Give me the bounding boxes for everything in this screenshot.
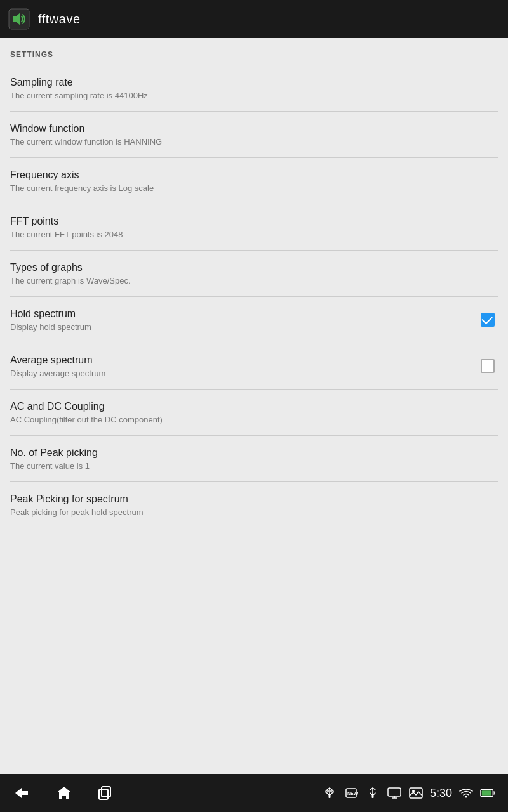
settings-item-subtitle-average-spectrum: Display average spectrum: [10, 369, 478, 378]
settings-label: SETTINGS: [10, 50, 53, 59]
settings-item-text-window-function: Window functionThe current window functi…: [10, 123, 498, 147]
svg-rect-8: [388, 788, 401, 796]
settings-item-title-hold-spectrum: Hold spectrum: [10, 308, 478, 320]
settings-item-title-window-function: Window function: [10, 123, 498, 134]
checkbox-container-average-spectrum: [478, 356, 498, 376]
settings-item-subtitle-peak-picking-spectrum: Peak picking for peak hold spectrum: [10, 508, 498, 517]
settings-item-text-sampling-rate: Sampling rateThe current sampling rate i…: [10, 77, 498, 100]
svg-rect-14: [482, 790, 491, 795]
settings-item-title-peak-picking-spectrum: Peak Picking for spectrum: [10, 494, 498, 505]
settings-item-subtitle-types-of-graphs: The current graph is Wave/Spec.: [10, 276, 498, 285]
settings-item-title-types-of-graphs: Types of graphs: [10, 262, 498, 273]
nav-right: NEWS 5:30: [322, 787, 495, 800]
recent-apps-button[interactable]: [98, 785, 113, 801]
battery-icon: [480, 787, 495, 799]
settings-item-subtitle-fft-points: The current FFT points is 2048: [10, 230, 498, 239]
settings-section: SETTINGS Sampling rateThe current sampli…: [0, 38, 508, 528]
settings-item-window-function[interactable]: Window functionThe current window functi…: [0, 112, 508, 157]
settings-item-title-ac-dc-coupling: AC and DC Coupling: [10, 401, 498, 412]
back-button[interactable]: [13, 786, 30, 800]
checkbox-hold-spectrum[interactable]: [481, 313, 495, 327]
app-title: fftwave: [38, 12, 81, 27]
settings-item-subtitle-peak-picking: The current value is 1: [10, 461, 498, 471]
settings-item-peak-picking-spectrum[interactable]: Peak Picking for spectrumPeak picking fo…: [0, 482, 508, 528]
svg-rect-2: [99, 789, 108, 799]
settings-item-fft-points[interactable]: FFT pointsThe current FFT points is 2048: [0, 204, 508, 250]
nav-left: [13, 785, 113, 801]
settings-item-subtitle-window-function: The current window function is HANNING: [10, 137, 498, 147]
app-icon: [8, 8, 30, 30]
settings-item-title-average-spectrum: Average spectrum: [10, 355, 478, 366]
home-button[interactable]: [56, 785, 72, 801]
settings-item-title-sampling-rate: Sampling rate: [10, 77, 498, 88]
main-content: SETTINGS Sampling rateThe current sampli…: [0, 38, 508, 774]
settings-item-text-fft-points: FFT pointsThe current FFT points is 2048: [10, 216, 498, 239]
settings-item-text-peak-picking-spectrum: Peak Picking for spectrumPeak picking fo…: [10, 494, 498, 517]
divider-peak-picking-spectrum: [10, 528, 498, 528]
settings-item-text-ac-dc-coupling: AC and DC CouplingAC Coupling(filter out…: [10, 401, 498, 424]
checkbox-container-hold-spectrum: [478, 310, 498, 330]
settings-item-text-average-spectrum: Average spectrumDisplay average spectrum: [10, 355, 478, 378]
media-icon: NEWS: [344, 787, 359, 799]
settings-item-title-peak-picking: No. of Peak picking: [10, 447, 498, 459]
settings-item-text-peak-picking: No. of Peak pickingThe current value is …: [10, 447, 498, 471]
svg-rect-3: [102, 787, 110, 797]
settings-item-text-hold-spectrum: Hold spectrumDisplay hold spectrum: [10, 308, 478, 332]
settings-header: SETTINGS: [0, 38, 508, 65]
nav-bar: NEWS 5:30: [0, 774, 508, 812]
app-bar: fftwave: [0, 0, 508, 38]
charge-icon: [365, 787, 380, 799]
settings-item-average-spectrum[interactable]: Average spectrumDisplay average spectrum: [0, 343, 508, 389]
settings-item-subtitle-frequency-axis: The current frequency axis is Log scale: [10, 183, 498, 193]
settings-item-ac-dc-coupling[interactable]: AC and DC CouplingAC Coupling(filter out…: [0, 390, 508, 435]
image-icon: [408, 787, 424, 799]
usb-icon: [322, 787, 337, 799]
settings-item-peak-picking[interactable]: No. of Peak pickingThe current value is …: [0, 436, 508, 481]
svg-text:NEWS: NEWS: [347, 791, 358, 796]
settings-item-hold-spectrum[interactable]: Hold spectrumDisplay hold spectrum: [0, 297, 508, 343]
display-icon: [387, 787, 402, 799]
settings-item-frequency-axis[interactable]: Frequency axisThe current frequency axis…: [0, 158, 508, 204]
settings-item-subtitle-ac-dc-coupling: AC Coupling(filter out the DC component): [10, 415, 498, 424]
wifi-icon: [458, 787, 474, 799]
settings-item-subtitle-hold-spectrum: Display hold spectrum: [10, 322, 478, 332]
svg-rect-7: [371, 796, 373, 798]
settings-items-container: Sampling rateThe current sampling rate i…: [0, 65, 508, 528]
settings-item-subtitle-sampling-rate: The current sampling rate is 44100Hz: [10, 91, 498, 100]
settings-item-sampling-rate[interactable]: Sampling rateThe current sampling rate i…: [0, 65, 508, 111]
settings-item-text-types-of-graphs: Types of graphsThe current graph is Wave…: [10, 262, 498, 285]
svg-rect-4: [328, 796, 330, 798]
settings-item-types-of-graphs[interactable]: Types of graphsThe current graph is Wave…: [0, 251, 508, 296]
settings-item-title-frequency-axis: Frequency axis: [10, 169, 498, 181]
checkbox-average-spectrum[interactable]: [481, 359, 495, 373]
settings-item-title-fft-points: FFT points: [10, 216, 498, 227]
time-display: 5:30: [430, 787, 452, 800]
settings-item-text-frequency-axis: Frequency axisThe current frequency axis…: [10, 169, 498, 193]
